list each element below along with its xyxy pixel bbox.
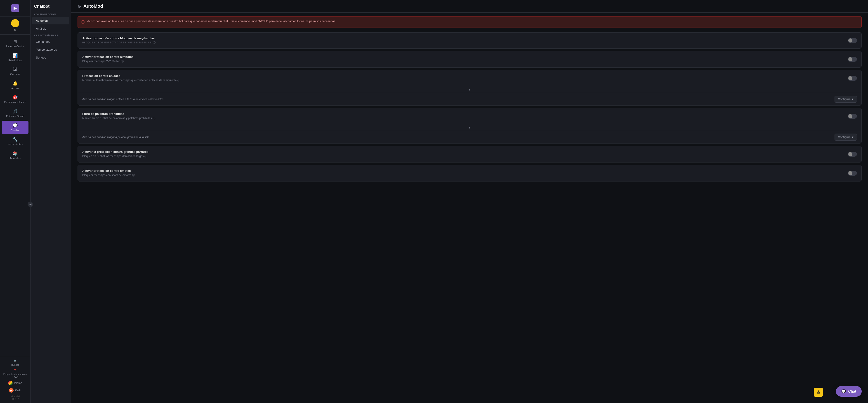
search-icon: 🔍	[13, 360, 17, 363]
links-configure-button[interactable]: Configure ▾	[835, 96, 857, 103]
warning-icon: ⚠	[816, 390, 820, 395]
content-area: Activar protección contra bloqueo de may…	[71, 28, 868, 403]
app-logo[interactable]: ▶	[11, 4, 19, 12]
herramientas-icon: 🔧	[13, 137, 18, 142]
sidebar-item-label: Alertas	[11, 87, 19, 90]
chevron-down-icon: ▾	[852, 135, 854, 139]
sidebar-item-label: Estadísticas	[8, 59, 22, 62]
user-count: 0	[14, 28, 16, 32]
main-header: ⚙ AutoMod	[71, 0, 868, 13]
chat-fab-icon: 💬	[841, 389, 846, 394]
symbols-toggle[interactable]	[848, 57, 857, 62]
tutoriales-icon: 📚	[13, 151, 18, 156]
card-title: Activar la protección contra grandes pár…	[82, 150, 844, 153]
card-subtitle: Bloquear mensajes ???!!!!-filled ⓘ	[82, 59, 844, 63]
card-symbols-protection: Activar protección contra símbolos Bloqu…	[78, 51, 862, 68]
sidebar-item-label: Elementos del strea	[4, 101, 26, 103]
alertas-icon: 🔔	[13, 81, 18, 86]
paragraph-toggle[interactable]	[848, 152, 857, 157]
main-content: ⚙ AutoMod ⓘ Aviso: por favor, no te olvi…	[71, 0, 868, 403]
card-links-protection: Protección contra enlaces Moderar automá…	[78, 70, 862, 105]
card-subtitle: Bloquea en tu chat los mensajes demasiad…	[82, 154, 844, 158]
sidebar: ▶ 0 ⊞ Panel de Control 📊 Estadísticas 🖼 …	[0, 0, 31, 403]
card-subtitle: Bloquear mensajes con spam de emotes ⓘ	[82, 173, 844, 177]
search-item[interactable]: 🔍 Buscar	[11, 360, 19, 366]
sidebar-item-panel-control[interactable]: ⊞ Panel de Control	[2, 37, 29, 50]
language-item[interactable]: Idioma	[8, 381, 22, 385]
sidebar-logo: ▶	[0, 0, 30, 17]
faq-label: Preguntas frecuentes (FAQ)	[1, 373, 29, 378]
card-paragraph-protection: Activar la protección contra grandes pár…	[78, 146, 862, 162]
profile-item[interactable]: ▶ Perfil	[9, 388, 21, 393]
card-uppercase-protection: Activar protección contra bloqueo de may…	[78, 32, 862, 49]
epidemic-sound-icon: 🎵	[13, 109, 18, 114]
profile-label: Perfil	[15, 389, 21, 392]
sidebar-item-epidemic-sound[interactable]: 🎵 Epidemic Sound	[2, 107, 29, 120]
sidebar-item-alertas[interactable]: 🔔 Alertas	[2, 79, 29, 92]
sub-nav-temporizadores[interactable]: Temporizadores	[32, 46, 69, 53]
sidebar-collapse-button[interactable]: ◀	[28, 202, 33, 207]
sidebar-nav: ⊞ Panel de Control 📊 Estadísticas 🖼 Over…	[0, 35, 30, 356]
estadisticas-icon: 📊	[13, 53, 18, 58]
sub-nav-analisis[interactable]: Análisis	[32, 25, 69, 32]
card-subtitle: BLOQUEA A LOS ESPECTADORES QUE ESCRIBEN …	[82, 41, 844, 44]
sidebar-bottom: 🔍 Buscar ❓ Preguntas frecuentes (FAQ) Id…	[0, 356, 30, 403]
links-toggle[interactable]	[848, 76, 857, 81]
sub-nav-automod[interactable]: AutoMod	[32, 17, 69, 24]
sidebar-item-overlays[interactable]: 🖼 Overlays	[2, 65, 29, 78]
card-subtitle: Mantén limpio tu chat de palabrotas y pa…	[82, 116, 844, 120]
links-empty-text: Aún no has añadido ningún enlace a la li…	[82, 98, 832, 101]
alert-text: Aviso: por favor, no te olvides de darle…	[87, 19, 336, 24]
overlays-icon: 🖼	[13, 67, 17, 72]
chatbot-icon: 💬	[13, 123, 18, 128]
page-title: AutoMod	[84, 4, 103, 9]
faq-icon: ❓	[13, 369, 17, 372]
card-emotes-protection: Activar protección contra emotes Bloquea…	[78, 165, 862, 182]
sidebar-item-label: Herramientas	[8, 143, 23, 146]
chat-fab-button[interactable]: 💬 Chat	[836, 386, 862, 397]
collapse-row[interactable]: ▼	[78, 124, 862, 131]
sidebar-item-herramientas[interactable]: 🔧 Herramientas	[2, 135, 29, 148]
alert-corner-button[interactable]: ⚠	[814, 388, 823, 397]
alert-banner: ⓘ Aviso: por favor, no te olvides de dar…	[78, 16, 862, 28]
sidebar-item-label: Chatbot	[11, 129, 20, 131]
words-empty-text: Aún no has añadido ninguna palabra prohi…	[82, 135, 832, 139]
avatar	[11, 19, 19, 27]
profile-icon: ▶	[9, 388, 13, 393]
uppercase-toggle[interactable]	[848, 38, 857, 43]
sidebar-item-label: Overlays	[10, 73, 20, 75]
language-flag	[8, 381, 13, 385]
words-toggle[interactable]	[848, 114, 857, 119]
chevron-down-icon: ▾	[852, 97, 854, 101]
card-subtitle: Moderar automáticamente los mensajes que…	[82, 79, 844, 82]
faq-item[interactable]: ❓ Preguntas frecuentes (FAQ)	[0, 369, 30, 378]
card-title: Protección contra enlaces	[82, 74, 844, 78]
links-subarea: Aún no has añadido ningún enlace a la li…	[78, 93, 862, 105]
sidebar-user-section: 0	[0, 17, 30, 35]
header-icon: ⚙	[78, 4, 81, 9]
card-title: Activar protección contra emotes	[82, 169, 844, 173]
search-label: Buscar	[11, 364, 19, 366]
sidebar-item-estadisticas[interactable]: 📊 Estadísticas	[2, 51, 29, 64]
sidebar-item-tutoriales[interactable]: 📚 Tutoriales	[2, 149, 29, 162]
sidebar-item-chatbot[interactable]: 💬 Chatbot	[2, 121, 29, 134]
alert-icon: ⓘ	[81, 20, 85, 25]
sub-sidebar-title: Chatbot	[31, 0, 71, 11]
sidebar-item-label: Tutoriales	[10, 157, 21, 160]
sub-nav-comandos[interactable]: Comandos	[32, 38, 69, 45]
words-configure-button[interactable]: Configure ▾	[835, 133, 857, 141]
card-title: Activar protección contra símbolos	[82, 55, 844, 59]
sub-nav-sorteos[interactable]: Sorteos	[32, 54, 69, 61]
emotes-toggle[interactable]	[848, 170, 857, 176]
card-title: Filtro de palabras prohibidas	[82, 112, 844, 116]
config-section-label: CONFIGURACIÓN	[31, 11, 71, 17]
sub-sidebar: Chatbot CONFIGURACIÓN AutoMod Análisis C…	[31, 0, 71, 403]
sidebar-item-label: Epidemic Sound	[6, 115, 24, 118]
words-subarea: Aún no has añadido ninguna palabra prohi…	[78, 131, 862, 143]
elementos-icon: 🎯	[13, 95, 18, 100]
card-title: Activar protección contra bloqueo de may…	[82, 37, 844, 40]
language-label: Idioma	[14, 381, 22, 385]
collapse-row[interactable]: ▼	[78, 86, 862, 93]
sidebar-item-elementos[interactable]: 🎯 Elementos del strea	[2, 93, 29, 106]
user-id: v54a35af ID: 172	[10, 395, 20, 400]
